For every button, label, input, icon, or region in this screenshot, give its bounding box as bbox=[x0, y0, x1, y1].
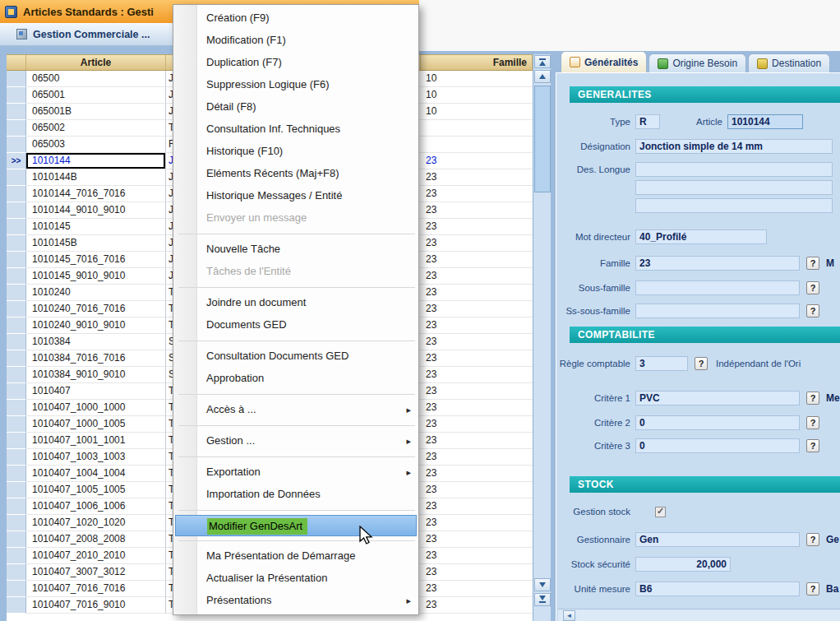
menu-item-21[interactable]: ▸ bbox=[173, 421, 418, 430]
ss-sous-famille-field[interactable] bbox=[635, 304, 800, 318]
menu-item-18[interactable]: Approbation ▸ bbox=[173, 368, 418, 390]
scroll-bottom-button[interactable] bbox=[534, 593, 551, 606]
menu-item-12[interactable]: Tâches de l'Entité ▸ bbox=[173, 261, 418, 283]
menu-item-10[interactable]: ▸ bbox=[173, 229, 418, 239]
article-cell[interactable]: 1010407_7016_7016 bbox=[26, 581, 166, 597]
menu-item-16[interactable]: ▸ bbox=[173, 336, 418, 345]
menu-item-26[interactable]: ▸ bbox=[173, 506, 418, 515]
article-cell[interactable]: 1010145 bbox=[26, 219, 166, 235]
article-cell[interactable]: 1010407_1003_1003 bbox=[26, 449, 166, 466]
article-cell[interactable]: 065001B bbox=[26, 104, 166, 120]
menu-item-8[interactable]: Historique Messages / Entité ▸ bbox=[173, 185, 418, 207]
menu-item-30[interactable]: Actualiser la Présentation ▸ bbox=[173, 568, 418, 590]
article-cell[interactable]: 1010145_9010_9010 bbox=[26, 268, 166, 285]
tab-0[interactable]: Généralités bbox=[561, 51, 647, 72]
article-cell[interactable]: 1010407_7016_9010 bbox=[26, 597, 166, 614]
menu-item-4[interactable]: Détail (F8) ▸ bbox=[173, 96, 418, 118]
article-cell[interactable]: 1010407_1000_1005 bbox=[26, 416, 166, 433]
sous-famille-field[interactable] bbox=[635, 280, 800, 295]
grid-vertical-scrollbar[interactable] bbox=[533, 54, 551, 621]
critere1-field[interactable]: PVC bbox=[635, 391, 800, 406]
critere2-field[interactable]: 0 bbox=[635, 415, 800, 430]
gestion-stock-checkbox[interactable] bbox=[655, 507, 666, 517]
menu-item-19[interactable]: ▸ bbox=[173, 390, 418, 399]
article-cell[interactable]: 1010240_9010_9010 bbox=[26, 317, 166, 334]
famille-column-header[interactable]: Famille bbox=[421, 55, 533, 70]
menu-item-28[interactable]: ▸ bbox=[173, 536, 418, 545]
type-field[interactable]: R bbox=[635, 114, 660, 129]
famille-field[interactable]: 23 bbox=[635, 256, 800, 271]
des-longue-field-2[interactable] bbox=[635, 180, 833, 195]
menu-item-31[interactable]: Présentations ▸ bbox=[173, 590, 418, 612]
menu-item-2[interactable]: Duplication (F7) ▸ bbox=[173, 52, 418, 74]
tab-2[interactable]: Destination bbox=[748, 53, 830, 72]
ss-sous-famille-lookup-button[interactable]: ? bbox=[806, 304, 819, 317]
critere3-lookup-button[interactable]: ? bbox=[806, 439, 819, 452]
scroll-up-button[interactable] bbox=[534, 70, 551, 83]
article-cell[interactable]: 1010240 bbox=[26, 285, 166, 301]
article-cell[interactable]: 1010407_2008_2008 bbox=[26, 531, 166, 548]
menu-item-22[interactable]: Gestion ... ▸ bbox=[173, 430, 418, 452]
menu-item-15[interactable]: Documents GED ▸ bbox=[173, 314, 418, 336]
article-cell[interactable]: 1010407_1006_1006 bbox=[26, 498, 166, 515]
article-cell[interactable]: 1010407_1000_1000 bbox=[26, 400, 166, 416]
critere2-lookup-button[interactable]: ? bbox=[806, 416, 819, 429]
article-cell[interactable]: 1010144_7016_7016 bbox=[26, 186, 166, 202]
gestionnaire-field[interactable]: Gen bbox=[635, 532, 800, 547]
menu-item-5[interactable]: Consultation Inf. Techniques ▸ bbox=[173, 118, 418, 141]
menu-item-1[interactable]: Modification (F1) ▸ bbox=[173, 30, 418, 52]
menu-item-20[interactable]: Accès à ... ▸ bbox=[173, 399, 418, 421]
menu-item-7[interactable]: Eléments Récents (Maj+F8) ▸ bbox=[173, 163, 418, 185]
stock-securite-field[interactable]: 20,000 bbox=[635, 557, 731, 572]
article-cell[interactable]: 1010407_1005_1005 bbox=[26, 482, 166, 498]
menu-item-0[interactable]: Création (F9) ▸ bbox=[173, 7, 418, 30]
menu-item-25[interactable]: Importation de Données ▸ bbox=[173, 484, 418, 506]
famille-lookup-button[interactable]: ? bbox=[806, 257, 819, 270]
menu-item-3[interactable]: Suppression Logique (F6) ▸ bbox=[173, 74, 418, 96]
des-longue-field-1[interactable] bbox=[635, 162, 833, 177]
article-cell[interactable]: 065002 bbox=[26, 120, 166, 137]
menu-item-23[interactable]: ▸ bbox=[173, 452, 418, 461]
mot-directeur-field[interactable]: 40_Profilé bbox=[635, 229, 767, 244]
article-cell[interactable]: 065001 bbox=[26, 87, 166, 104]
article-cell[interactable]: 1010384_7016_7016 bbox=[26, 350, 166, 367]
article-cell[interactable]: 1010407_2010_2010 bbox=[26, 548, 166, 564]
article-field[interactable]: 1010144 bbox=[727, 114, 803, 129]
scroll-thumb[interactable] bbox=[534, 86, 551, 192]
scroll-top-button[interactable] bbox=[534, 55, 551, 68]
article-cell[interactable]: 1010144 bbox=[26, 153, 166, 169]
article-cell[interactable]: 1010407_3007_3012 bbox=[26, 564, 166, 581]
hscroll-left-button[interactable]: ◂ bbox=[563, 610, 575, 621]
article-cell[interactable]: 1010145_7016_7016 bbox=[26, 252, 166, 268]
regle-comptable-field[interactable]: 3 bbox=[635, 356, 688, 371]
menu-item-24[interactable]: Exportation ▸ bbox=[173, 461, 418, 484]
article-cell[interactable]: 1010384 bbox=[26, 334, 166, 350]
article-cell[interactable]: 1010144_9010_9010 bbox=[26, 202, 166, 219]
menu-item-6[interactable]: Historique (F10) ▸ bbox=[173, 141, 418, 163]
menu-item-13[interactable]: ▸ bbox=[173, 283, 418, 292]
unite-mesure-field[interactable]: B6 bbox=[635, 582, 800, 596]
article-cell[interactable]: 1010407_1001_1001 bbox=[26, 433, 166, 449]
article-cell[interactable]: 1010407_1020_1020 bbox=[26, 515, 166, 531]
article-cell[interactable]: 06500 bbox=[26, 71, 166, 87]
menu-item-9[interactable]: Envoyer un message ▸ bbox=[173, 207, 418, 229]
scroll-down-button[interactable] bbox=[534, 578, 551, 591]
article-cell[interactable]: 1010145B bbox=[26, 235, 166, 252]
des-longue-field-3[interactable] bbox=[635, 198, 833, 213]
tab-1[interactable]: Origine Besoin bbox=[648, 53, 746, 72]
critere3-field[interactable]: 0 bbox=[635, 438, 800, 453]
menu-item-27[interactable]: Modifier GenDesArt ▸ bbox=[175, 515, 417, 536]
regle-comptable-lookup-button[interactable]: ? bbox=[695, 357, 708, 370]
article-cell[interactable]: 065003 bbox=[26, 137, 166, 153]
article-cell[interactable]: 1010240_7016_7016 bbox=[26, 301, 166, 317]
article-cell[interactable]: 1010384_9010_9010 bbox=[26, 367, 166, 383]
menu-item-29[interactable]: Ma Présentation de Démarrage ▸ bbox=[173, 545, 418, 568]
designation-field[interactable]: Jonction simple de 14 mm bbox=[635, 139, 833, 154]
panel-horizontal-scrollbar[interactable]: ◂ bbox=[558, 609, 840, 621]
article-cell[interactable]: 1010407_1004_1004 bbox=[26, 466, 166, 482]
article-column-header[interactable]: Article bbox=[26, 55, 166, 70]
sous-famille-lookup-button[interactable]: ? bbox=[806, 281, 819, 294]
menu-item-14[interactable]: Joindre un document ▸ bbox=[173, 292, 418, 314]
critere1-lookup-button[interactable]: ? bbox=[806, 392, 819, 405]
menu-item-17[interactable]: Consultation Documents GED ▸ bbox=[173, 345, 418, 368]
